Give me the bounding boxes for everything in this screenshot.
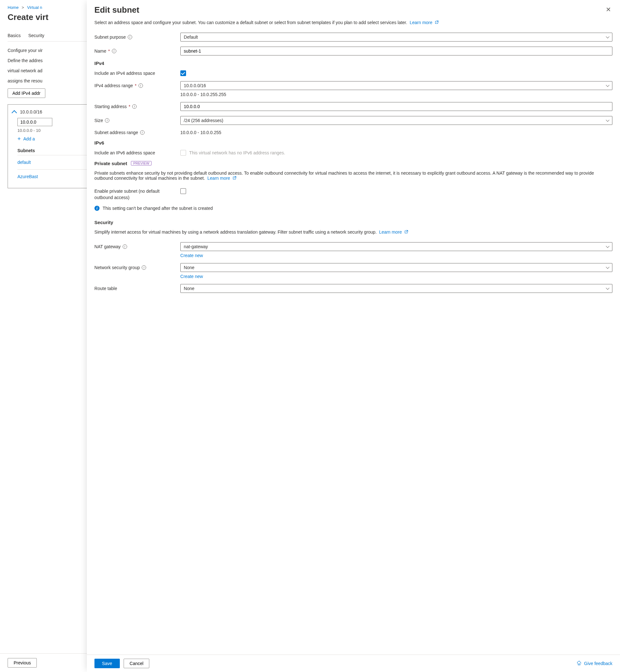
ipv4-range-label: IPv4 address range (95, 83, 133, 88)
ipv4-section-title: IPv4 (95, 60, 612, 66)
chevron-down-icon (606, 244, 609, 248)
info-solid-icon: i (95, 206, 100, 211)
learn-more-link[interactable]: Learn more (379, 229, 408, 235)
include-ipv6-label: Include an IPv6 address space (95, 150, 155, 155)
chevron-down-icon (606, 118, 609, 122)
include-ipv6-hint: This virtual network has no IPv6 address… (189, 150, 285, 155)
blade-title: Edit subnet (95, 5, 140, 15)
private-subnet-desc: Private subnets enhance security by not … (95, 170, 612, 181)
chevron-down-icon (606, 265, 609, 269)
subnet-range-label: Subnet address range (95, 130, 138, 135)
ipv6-section-title: IPv6 (95, 140, 612, 146)
chevron-up-icon[interactable] (12, 110, 17, 116)
info-icon[interactable] (132, 104, 137, 109)
space-start-input[interactable] (17, 118, 52, 126)
blade-description: Select an address space and configure yo… (95, 20, 612, 25)
nsg-label: Network security group (95, 265, 140, 270)
include-ipv6-checkbox (180, 150, 186, 156)
previous-button[interactable]: Previous (8, 658, 37, 668)
nsg-create-new-link[interactable]: Create new (180, 274, 203, 279)
info-icon[interactable] (128, 35, 132, 39)
preview-badge: PREVIEW (131, 161, 152, 165)
info-icon[interactable] (112, 49, 116, 53)
tab-security[interactable]: Security (28, 30, 44, 41)
breadcrumb-home[interactable]: Home (8, 5, 19, 10)
nsg-select[interactable]: None (180, 263, 612, 272)
private-info-text: This setting can't be changed after the … (103, 206, 213, 211)
external-link-icon (232, 175, 237, 181)
blade-footer: Save Cancel Give feedback (87, 655, 620, 672)
add-subnet-label: Add a (23, 136, 35, 141)
enable-private-label: Enable private subnet (no default outbou… (95, 188, 175, 201)
private-info-banner: i This setting can't be changed after th… (95, 206, 612, 211)
route-table-label: Route table (95, 286, 117, 291)
info-icon[interactable] (142, 265, 146, 270)
subnet-purpose-select[interactable]: Default (180, 33, 612, 42)
subnet-range-value: 10.0.0.0 - 10.0.0.255 (180, 130, 221, 135)
learn-more-link[interactable]: Learn more (410, 20, 438, 25)
info-icon[interactable] (140, 130, 145, 135)
external-link-icon (435, 20, 439, 25)
starting-address-label: Starting address (95, 104, 127, 109)
cancel-button[interactable]: Cancel (123, 659, 150, 668)
external-link-icon (405, 229, 408, 235)
space-cidr: 10.0.0.0/16 (20, 109, 42, 114)
security-desc: Simplify internet access for virtual mac… (95, 229, 612, 235)
include-ipv4-checkbox[interactable] (180, 70, 186, 76)
chevron-down-icon (606, 83, 609, 87)
chevron-down-icon (606, 286, 609, 290)
size-label: Size (95, 118, 103, 123)
info-icon[interactable] (139, 83, 143, 88)
size-select[interactable]: /24 (256 addresses) (180, 116, 612, 125)
security-section-title: Security (95, 220, 612, 225)
tab-basics[interactable]: Basics (8, 30, 20, 41)
megaphone-icon (577, 661, 582, 667)
info-icon[interactable] (123, 244, 127, 249)
ipv4-range-hint: 10.0.0.0 - 10.0.255.255 (180, 92, 612, 97)
enable-private-checkbox[interactable] (180, 188, 186, 194)
name-input[interactable] (180, 47, 612, 55)
breadcrumb-second[interactable]: Virtual n (27, 5, 42, 10)
private-subnet-section-title: Private subnet PREVIEW (95, 161, 612, 166)
save-button[interactable]: Save (95, 659, 120, 668)
ipv4-range-select[interactable]: 10.0.0.0/16 (180, 81, 612, 90)
nat-create-new-link[interactable]: Create new (180, 253, 203, 258)
add-ipv4-space-button[interactable]: Add IPv4 addr (8, 89, 45, 98)
nat-gateway-select[interactable]: nat-gateway (180, 242, 612, 251)
subnet-purpose-label: Subnet purpose (95, 35, 126, 40)
edit-subnet-blade: Edit subnet ✕ Select an address space an… (87, 0, 620, 672)
include-ipv4-label: Include an IPv4 address space (95, 71, 155, 76)
plus-icon (17, 136, 21, 142)
give-feedback-link[interactable]: Give feedback (577, 661, 613, 667)
chevron-down-icon (606, 35, 609, 38)
route-table-select[interactable]: None (180, 284, 612, 293)
learn-more-link[interactable]: Learn more (207, 175, 236, 181)
close-icon[interactable]: ✕ (605, 5, 612, 14)
info-icon[interactable] (105, 118, 109, 123)
name-label: Name (95, 49, 106, 54)
nat-gateway-label: NAT gateway (95, 244, 121, 249)
breadcrumb-sep: > (21, 5, 24, 10)
starting-address-input[interactable] (180, 102, 612, 111)
